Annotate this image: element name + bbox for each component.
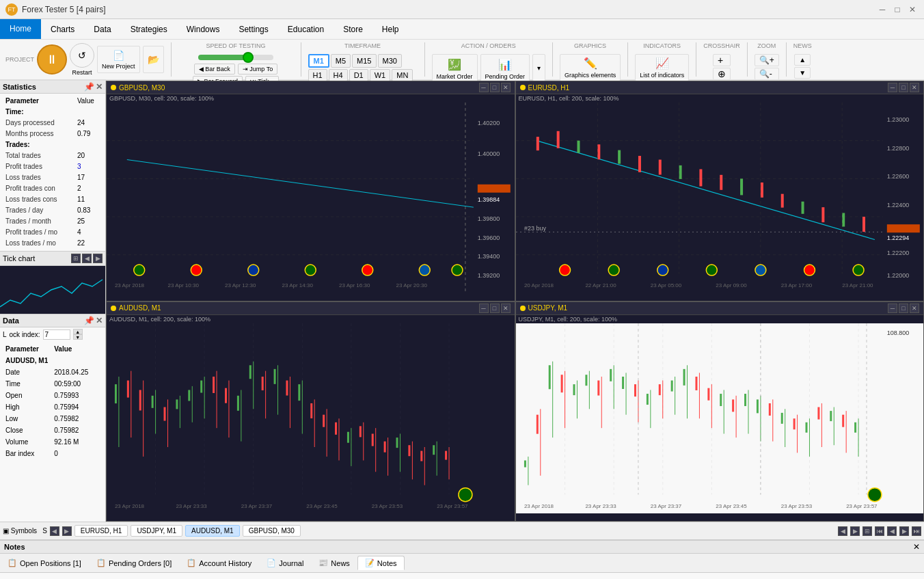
days-processed-label: Days processed bbox=[4, 118, 74, 128]
list-of-indicators-button[interactable]: 📈 List of indicators bbox=[635, 54, 689, 81]
usdjpy-maximize[interactable]: □ bbox=[899, 304, 908, 313]
audusd-minimize[interactable]: ─ bbox=[479, 304, 489, 313]
market-order-button[interactable]: 💹 Market Order bbox=[432, 54, 478, 84]
crosshair-cross-button[interactable]: ⊕ bbox=[713, 68, 731, 80]
lock-index-input[interactable] bbox=[43, 329, 70, 340]
new-project-button[interactable]: 📄 New Project bbox=[97, 46, 140, 73]
jump-to-button[interactable]: ⇥ Jump To bbox=[238, 64, 277, 75]
tab-pending-orders[interactable]: 📋 Pending Orders [0] bbox=[89, 556, 179, 570]
gbpusd-maximize[interactable]: □ bbox=[490, 83, 500, 92]
svg-rect-174 bbox=[622, 376, 624, 388]
svg-rect-36 bbox=[577, 141, 580, 153]
news-up-button[interactable]: ▲ bbox=[794, 54, 811, 66]
tab-journal[interactable]: 📄 Journal bbox=[259, 556, 311, 570]
bar-back-button[interactable]: ◀ Bar Back bbox=[194, 64, 235, 75]
speed-slider[interactable] bbox=[198, 55, 273, 60]
graphics-label: GRAPHICS bbox=[574, 42, 606, 49]
resume-button[interactable]: ⏸ bbox=[37, 44, 67, 75]
zoom-out-button[interactable]: 🔍- bbox=[755, 68, 779, 80]
symbol-table-btn[interactable]: ⊞ bbox=[862, 526, 872, 536]
symbol-first-btn[interactable]: ⏮ bbox=[875, 526, 884, 536]
menu-store[interactable]: Store bbox=[334, 19, 372, 39]
eurusd-maximize[interactable]: □ bbox=[899, 83, 908, 92]
orders-dropdown[interactable]: ▾ bbox=[532, 54, 545, 81]
menu-windows[interactable]: Windows bbox=[177, 19, 230, 39]
symbol-tab-usdjpy[interactable]: USDJPY, M1 bbox=[131, 525, 182, 537]
tf-m30-button[interactable]: M30 bbox=[378, 54, 402, 68]
symbol-left-btn[interactable]: ◀ bbox=[50, 526, 59, 536]
graphics-elements-button[interactable]: ✏️ Graphics elements bbox=[560, 54, 621, 81]
eurusd-close[interactable]: ✕ bbox=[910, 83, 919, 92]
tf-m5-button[interactable]: M5 bbox=[331, 54, 351, 68]
open-folder-button[interactable]: 📂 bbox=[143, 46, 164, 73]
tf-m1-button[interactable]: M1 bbox=[308, 54, 329, 68]
svg-text:1.23000: 1.23000 bbox=[886, 116, 909, 123]
restart-button[interactable]: ↺ bbox=[70, 43, 94, 68]
tab-open-positions[interactable]: 📋 Open Positions [1] bbox=[0, 556, 89, 570]
gbpusd-dot bbox=[111, 85, 116, 90]
trades-label: Trades: bbox=[4, 140, 74, 150]
journal-label: Journal bbox=[279, 559, 303, 567]
svg-point-77 bbox=[853, 265, 864, 275]
gbpusd-close[interactable]: ✕ bbox=[501, 83, 511, 92]
data-pin[interactable]: 📌 bbox=[84, 316, 94, 325]
menu-education[interactable]: Education bbox=[278, 19, 334, 39]
notes-close-btn[interactable]: ✕ bbox=[913, 542, 920, 552]
symbol-scroll-left[interactable]: ◀ bbox=[838, 526, 847, 536]
zoom-in-button[interactable]: 🔍+ bbox=[755, 54, 779, 66]
news-down-button[interactable]: ▼ bbox=[794, 67, 811, 79]
tick-chart-left-btn[interactable]: ◀ bbox=[82, 254, 92, 263]
tf-h1-button[interactable]: H1 bbox=[308, 69, 327, 81]
crosshair-plus-button[interactable]: + bbox=[713, 54, 731, 66]
tick-chart-table-btn[interactable]: ⊞ bbox=[71, 254, 81, 263]
symbol-prev-btn[interactable]: ◀ bbox=[887, 526, 897, 536]
pending-order-button[interactable]: 📊 Pending Order bbox=[480, 54, 530, 84]
svg-rect-43 bbox=[720, 175, 722, 190]
lock-spinner-down[interactable]: ▼ bbox=[73, 334, 83, 340]
symbol-right-btn[interactable]: ▶ bbox=[62, 526, 72, 536]
symbol-scroll-right[interactable]: ▶ bbox=[850, 526, 860, 536]
symbol-tab-eurusd[interactable]: EURUSD, H1 bbox=[74, 525, 128, 537]
statistics-pin[interactable]: 📌 bbox=[84, 82, 94, 92]
menu-home[interactable]: Home bbox=[0, 19, 41, 39]
svg-rect-35 bbox=[556, 131, 559, 148]
tf-m15-button[interactable]: M15 bbox=[352, 54, 376, 68]
time-value bbox=[76, 107, 101, 117]
menu-help[interactable]: Help bbox=[372, 19, 409, 39]
symbol-next-btn[interactable]: ▶ bbox=[899, 526, 909, 536]
symbol-tab-audusd[interactable]: AUDUSD, M1 bbox=[185, 525, 240, 537]
svg-rect-160 bbox=[536, 414, 538, 433]
data-close[interactable]: ✕ bbox=[96, 316, 103, 325]
usdjpy-minimize[interactable]: ─ bbox=[888, 304, 897, 313]
chart-area: GBPUSD, M30 ─ □ ✕ GBPUSD, M30, cell: 200… bbox=[106, 81, 924, 522]
svg-point-217 bbox=[867, 487, 881, 501]
tick-chart-right-btn[interactable]: ▶ bbox=[93, 254, 103, 263]
speed-knob[interactable] bbox=[243, 52, 254, 63]
statistics-close[interactable]: ✕ bbox=[96, 82, 103, 92]
svg-text:1.22294: 1.22294 bbox=[886, 234, 909, 241]
tab-notes[interactable]: 📝 Notes bbox=[357, 556, 405, 570]
svg-text:1.22000: 1.22000 bbox=[886, 272, 909, 279]
audusd-close[interactable]: ✕ bbox=[501, 304, 511, 313]
minimize-button[interactable]: ─ bbox=[876, 3, 888, 16]
lock-spinner-up[interactable]: ▲ bbox=[73, 329, 83, 334]
profit-month-label: Profit trades / mo bbox=[4, 228, 74, 237]
symbol-tab-gbpusd[interactable]: GBPUSD, M30 bbox=[243, 525, 301, 537]
tab-news[interactable]: 📰 News bbox=[311, 556, 357, 570]
close-button[interactable]: ✕ bbox=[906, 3, 919, 16]
tf-mn-button[interactable]: MN bbox=[392, 69, 413, 81]
tab-account-history[interactable]: 📋 Account History bbox=[179, 556, 259, 570]
tf-h4-button[interactable]: H4 bbox=[329, 69, 348, 81]
tf-w1-button[interactable]: W1 bbox=[370, 69, 391, 81]
menu-settings[interactable]: Settings bbox=[229, 19, 277, 39]
audusd-maximize[interactable]: □ bbox=[490, 304, 500, 313]
eurusd-minimize[interactable]: ─ bbox=[888, 83, 897, 92]
usdjpy-close[interactable]: ✕ bbox=[910, 304, 919, 313]
menu-charts[interactable]: Charts bbox=[41, 19, 84, 39]
gbpusd-minimize[interactable]: ─ bbox=[479, 83, 489, 92]
symbol-last-btn[interactable]: ⏭ bbox=[912, 526, 921, 536]
menu-data[interactable]: Data bbox=[84, 19, 120, 39]
tf-d1-button[interactable]: D1 bbox=[349, 69, 368, 81]
maximize-button[interactable]: □ bbox=[891, 3, 903, 16]
menu-strategies[interactable]: Strategies bbox=[121, 19, 177, 39]
